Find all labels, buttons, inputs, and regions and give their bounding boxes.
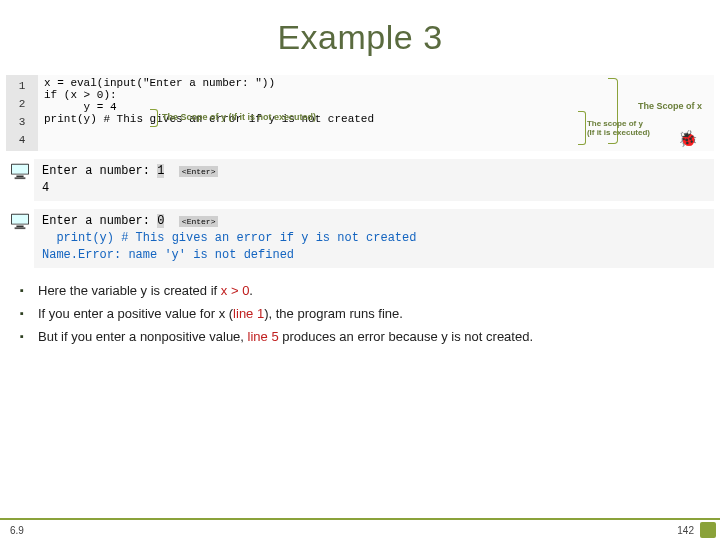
enter-key-label: <Enter> [179, 216, 219, 227]
slide-footer: 6.9 142 [0, 518, 720, 540]
svg-rect-7 [15, 227, 26, 229]
annotation-scope-y2: The scope of y (If it is executed) [587, 119, 650, 137]
output-value: 4 [42, 181, 49, 195]
slide-title: Example 3 [0, 18, 720, 57]
user-input: 0 [157, 214, 164, 228]
code-example: 1 2 3 4 x = eval(input("Enter a number: … [6, 75, 714, 151]
terminal-run-2: Enter a number: 0 <Enter> print(y) # Thi… [6, 209, 714, 268]
section-number: 6.9 [10, 525, 24, 536]
monitor-icon [6, 159, 34, 184]
line-number-gutter: 1 2 3 4 [6, 75, 38, 151]
prompt-text: Enter a number: [42, 164, 157, 178]
svg-rect-2 [16, 176, 23, 178]
terminal-run-1: Enter a number: 1 <Enter> 4 [6, 159, 714, 201]
bullet-1: Here the variable y is created if x > 0. [20, 282, 700, 299]
page-number: 142 [677, 525, 694, 536]
terminal-output: Enter a number: 0 <Enter> print(y) # Thi… [34, 209, 714, 268]
line-ref: line 5 [248, 329, 279, 344]
terminal-output: Enter a number: 1 <Enter> 4 [34, 159, 714, 201]
user-input: 1 [157, 164, 164, 178]
bullet-3: But if you enter a nonpositive value, li… [20, 328, 700, 345]
svg-rect-1 [12, 165, 28, 174]
svg-rect-3 [15, 177, 26, 179]
traceback-line: print(y) # This gives an error if y is n… [42, 231, 416, 245]
annotation-scope-x: The Scope of x [638, 101, 702, 111]
svg-rect-6 [16, 226, 23, 228]
monitor-icon [6, 209, 34, 234]
prompt-text: Enter a number: [42, 214, 157, 228]
line-ref: line 1 [233, 306, 264, 321]
bullet-2: If you enter a positive value for x (lin… [20, 305, 700, 322]
bracket-scope-y2 [578, 111, 586, 145]
bracket-scope-y [150, 109, 158, 127]
svg-rect-5 [12, 215, 28, 224]
inline-code: x > 0 [221, 283, 250, 298]
explanation-bullets: Here the variable y is created if x > 0.… [20, 282, 700, 345]
bug-icon: 🐞 [678, 129, 698, 148]
annotation-scope-y: The Scope of y (If it is not executed) [162, 112, 316, 122]
enter-key-label: <Enter> [179, 166, 219, 177]
footer-icon [700, 522, 716, 538]
error-message: Name.Error: name 'y' is not defined [42, 248, 294, 262]
